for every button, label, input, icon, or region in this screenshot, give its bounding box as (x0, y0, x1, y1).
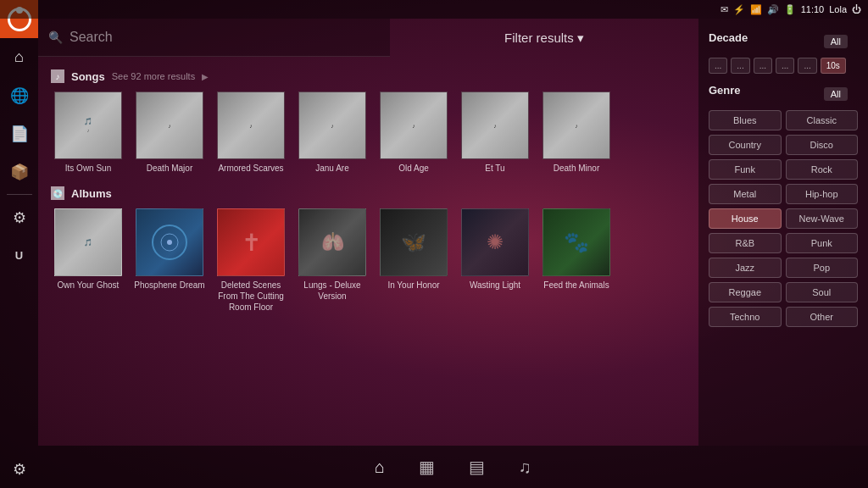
mail-icon: ✉ (721, 4, 728, 15)
bottombar: ⌂ ▦ ▤ ♫ (38, 446, 868, 488)
sidebar-item-system[interactable]: ⚙ (0, 198, 38, 236)
genre-btn-disco[interactable]: Disco (786, 135, 859, 155)
songs-section-header: ♪ Songs See 92 more results ▶ (51, 69, 686, 83)
filter-panel: Decade All ... ... ... ... ... 10s Genre… (698, 19, 868, 446)
decade-btn-10s[interactable]: 10s (821, 58, 846, 74)
list-item[interactable]: 🦋 In Your Honor (376, 208, 451, 313)
genre-btn-punk[interactable]: Punk (786, 233, 859, 253)
svg-point-2 (167, 240, 172, 245)
album-title: Feed the Animals (543, 280, 609, 291)
sidebar-item-settings[interactable]: ⚙ (0, 450, 38, 488)
files-icon: ▤ (469, 457, 485, 477)
genre-btn-newwave[interactable]: New-Wave (786, 208, 859, 229)
decade-btn[interactable]: ... (754, 58, 772, 74)
song-thumb-et-tu: ♪ (461, 92, 529, 159)
search-input[interactable] (70, 30, 380, 45)
sidebar-item-home[interactable]: ⌂ (0, 38, 38, 76)
song-title: Its Own Sun (65, 163, 111, 174)
songs-more-link[interactable]: See 92 more results (112, 71, 195, 81)
sidebar: ⌂ 🌐 📄 📦 ⚙ U ⚙ (0, 0, 38, 488)
genre-btn-other[interactable]: Other (786, 307, 859, 327)
settings-icon: ⚙ (13, 460, 26, 479)
music-icon: ♫ (519, 458, 531, 477)
song-title: Janu Are (315, 163, 348, 174)
bottombar-home-button[interactable]: ⌂ (375, 458, 385, 477)
main-content: ♪ Songs See 92 more results ▶ 🎵 ♪ Its Ow… (38, 57, 698, 446)
home-icon: ⌂ (14, 48, 24, 66)
songs-title: Songs (71, 70, 105, 83)
genre-btn-reggae[interactable]: Reggae (709, 282, 782, 302)
list-item[interactable]: 🎵 ♪ Its Own Sun (51, 92, 125, 174)
list-item[interactable]: ✝ Deleted Scenes From The Cutting Room F… (214, 208, 288, 313)
list-item[interactable]: ♪ Old Age (376, 92, 451, 174)
albums-icon: 💿 (51, 186, 64, 200)
decade-btn[interactable]: ... (776, 58, 794, 74)
album-thumb-in-your-honor: 🦋 (380, 208, 448, 276)
topbar: ✉ ⚡ 📶 🔊 🔋 11:10 Lola ⏻ (0, 0, 868, 19)
genre-all-button[interactable]: All (824, 87, 848, 101)
decade-btn[interactable]: ... (709, 58, 727, 74)
genre-btn-rb[interactable]: R&B (709, 233, 782, 253)
song-thumb-death-major: ♪ (136, 92, 203, 159)
list-item[interactable]: ✺ Wasting Light (458, 208, 532, 313)
sidebar-divider (7, 194, 32, 195)
sidebar-item-u[interactable]: U (0, 236, 38, 274)
list-item[interactable]: Phosphene Dream (132, 208, 207, 313)
list-item[interactable]: 🫁 Lungs - Deluxe Version (295, 208, 370, 313)
bottombar-music-button[interactable]: ♫ (519, 458, 531, 477)
song-thumb-its-own-sun: 🎵 ♪ (54, 92, 122, 159)
list-item[interactable]: ♪ Janu Are (295, 92, 370, 174)
songs-icon: ♪ (51, 69, 64, 83)
genre-header-row: Genre All (709, 84, 858, 103)
genre-btn-blues[interactable]: Blues (709, 110, 782, 130)
volume-icon: 🔊 (767, 4, 779, 15)
album-thumb-deleted: ✝ (217, 208, 285, 276)
bottombar-files-button[interactable]: ▤ (469, 457, 485, 477)
bluetooth-icon: ⚡ (733, 4, 745, 15)
list-item[interactable]: ♪ Death Minor (539, 92, 614, 174)
list-item[interactable]: 🐾 Feed the Animals (539, 208, 614, 313)
genre-btn-country[interactable]: Country (709, 135, 782, 155)
album-thumb-feed-animals: 🐾 (542, 208, 610, 276)
list-item[interactable]: ♪ Armored Scarves (214, 92, 288, 174)
list-item[interactable]: 🎵 Own Your Ghost (51, 208, 125, 313)
sidebar-item-browser[interactable]: 🌐 (0, 76, 38, 114)
song-title: Death Minor (554, 163, 599, 174)
genre-btn-rock[interactable]: Rock (786, 159, 859, 180)
album-title: Phosphene Dream (134, 280, 204, 291)
album-title: Lungs - Deluxe Version (295, 280, 370, 302)
song-thumb-old-age: ♪ (380, 92, 448, 159)
genre-btn-pop[interactable]: Pop (786, 258, 859, 278)
list-item[interactable]: ♪ Et Tu (458, 92, 532, 174)
sidebar-item-files[interactable]: 📄 (0, 114, 38, 152)
bottombar-stats-button[interactable]: ▦ (419, 457, 435, 477)
list-item[interactable]: ♪ Death Major (132, 92, 207, 174)
genre-btn-funk[interactable]: Funk (709, 159, 782, 180)
genre-btn-hiphop[interactable]: Hip-hop (786, 184, 859, 204)
decade-btn[interactable]: ... (731, 58, 749, 74)
sidebar-item-apps[interactable]: 📦 (0, 152, 38, 191)
album-thumb-phosphene (136, 208, 203, 276)
genre-btn-jazz[interactable]: Jazz (709, 258, 782, 278)
genre-btn-soul[interactable]: Soul (786, 282, 859, 302)
genre-btn-house[interactable]: House (709, 208, 782, 229)
albums-grid: 🎵 Own Your Ghost Phosphene Dream ✝ Delet… (51, 208, 686, 313)
genre-btn-classic[interactable]: Classic (786, 110, 859, 130)
albums-title: Albums (71, 187, 112, 200)
apps-icon: 📦 (10, 163, 29, 181)
wifi-icon: 📶 (750, 4, 762, 15)
searchbar: 🔍 (38, 19, 390, 57)
power-icon[interactable]: ⏻ (852, 4, 861, 14)
filter-results-button[interactable]: Filter results ▾ (390, 19, 698, 57)
genre-btn-metal[interactable]: Metal (709, 184, 782, 204)
clock: 11:10 (801, 4, 825, 14)
files-icon: 📄 (10, 125, 29, 143)
decade-all-button[interactable]: All (824, 35, 848, 48)
album-title: Deleted Scenes From The Cutting Room Flo… (214, 280, 288, 313)
genre-btn-techno[interactable]: Techno (709, 307, 782, 327)
songs-arrow-icon: ▶ (202, 72, 209, 81)
battery-icon: 🔋 (784, 4, 796, 15)
album-thumb-lungs: 🫁 (298, 208, 366, 276)
system-icon: ⚙ (13, 208, 26, 227)
decade-btn[interactable]: ... (798, 58, 816, 74)
